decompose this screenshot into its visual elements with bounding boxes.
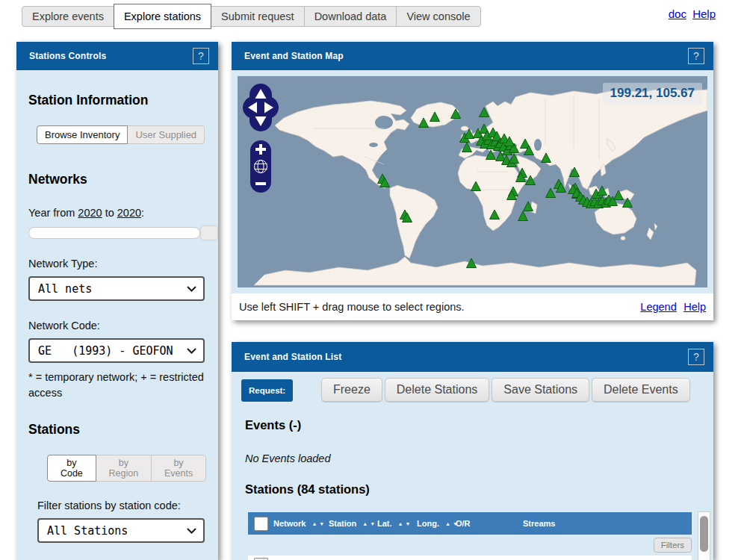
scrollbar-thumb[interactable] [700,516,708,552]
stations-controls-panel: Stations Controls ? Station Information … [16,42,218,560]
save-stations-button[interactable]: Save Stations [492,378,589,402]
network-code-label: Network Code: [28,320,206,332]
panel-title: Stations Controls [29,51,106,61]
sort-asc-icon[interactable]: ▲ [311,521,317,526]
tab-explore-events[interactable]: Explore events [22,6,114,27]
sort-desc-icon[interactable]: ▼ [406,521,411,526]
panel-help-button[interactable]: ? [193,48,209,64]
col-or: O/R [456,519,471,528]
station-filter-value: All Stations [47,524,128,538]
delete-stations-button[interactable]: Delete Stations [385,378,490,402]
request-button[interactable]: Request: [241,379,293,402]
sort-desc-icon[interactable]: ▼ [370,521,375,526]
great-lakes [369,143,378,147]
year-suffix: : [141,207,144,219]
year-from-link[interactable]: 2020 [78,207,102,219]
stations-table: Network ▲▼ Station ▲▼ Lat. ▲▼ Long. ▲▼ O… [248,512,692,560]
by-region-button[interactable]: by Region [96,455,152,482]
panel-title: Event and Station List [244,352,341,362]
panel-help-button[interactable]: ? [688,349,704,365]
land-iceland [461,126,468,131]
panel-help-button[interactable]: ? [688,48,704,64]
world-map-svg [238,76,707,287]
year-slider-handle[interactable] [200,225,218,240]
year-prefix: Year from [28,207,78,219]
filters-button[interactable]: Filters [654,538,692,553]
zoom-out-icon[interactable] [255,182,266,185]
sort-asc-icon[interactable]: ▲ [362,521,368,526]
chevron-down-icon [187,348,196,354]
sort-asc-icon[interactable]: ▲ [445,521,450,526]
select-all-checkbox[interactable] [254,517,268,531]
help-link[interactable]: Help [692,7,716,20]
map-footer: Use left SHIFT + drag mouse to select re… [232,293,713,320]
year-range-label: Year from 2020 to 2020: [28,207,206,219]
map-panel-header: Event and Station Map ? [232,42,713,70]
sort-asc-icon[interactable]: ▲ [398,521,403,526]
browse-inventory-button[interactable]: Browse Inventory [37,125,128,144]
year-middle: to [102,207,117,219]
by-events-button[interactable]: by Events [151,455,206,482]
table-scrollbar[interactable] [698,511,710,560]
year-range-slider[interactable] [28,227,200,239]
tab-download-data[interactable]: Download data [304,6,397,27]
stations-count-heading: Stations (84 stations) [245,482,370,497]
doc-help-links: doc Help [666,7,716,20]
stations-heading: Stations [28,422,206,438]
hudson-bay [375,116,393,129]
webdc-app: Explore events Explore stations Submit r… [0,0,747,560]
networks-heading: Networks [28,172,206,187]
col-station: Station [329,519,356,528]
map-navigation-controls [243,84,288,196]
doc-link[interactable]: doc [669,7,686,20]
col-long: Long. [417,519,439,528]
chevron-down-icon [187,528,196,534]
panel-title: Event and Station Map [244,51,344,61]
network-code-value: GE (1993) - GEOFON [38,344,173,358]
col-network: Network [273,519,306,528]
land-new-zealand [647,223,657,240]
mouse-coordinates: 199.21, 105.67 [603,83,702,104]
col-lat: Lat. [377,519,392,528]
tab-view-console[interactable]: View console [396,6,480,27]
station-filter-select[interactable]: All Stations [37,518,205,543]
stations-controls-header: Stations Controls ? [16,42,218,70]
station-marker-icon[interactable] [546,188,556,198]
table-row [248,556,692,560]
station-information-heading: Station Information [28,93,206,108]
events-empty-text: No Events loaded [245,452,330,464]
tab-explore-stations[interactable]: Explore stations [114,4,211,29]
col-streams: Streams [523,519,555,528]
year-to-link[interactable]: 2020 [117,207,141,219]
network-type-value: All nets [38,282,92,296]
zoom-in-icon-v[interactable] [259,144,262,155]
station-filter-label: Filter stations by station code: [37,500,206,511]
stations-table-header: Network ▲▼ Station ▲▼ Lat. ▲▼ Long. ▲▼ O… [248,512,692,535]
list-action-buttons: Freeze Delete Stations Save Stations Del… [321,378,690,402]
tab-submit-request[interactable]: Submit request [211,6,305,27]
network-code-select[interactable]: GE (1993) - GEOFON [28,338,205,363]
land-north-america [275,101,409,188]
land-south-america [390,185,438,258]
filters-row: Filters [248,535,692,556]
network-type-label: Network Type: [28,258,206,270]
caspian-sea [534,139,542,151]
by-code-button[interactable]: by Code [47,455,96,482]
user-supplied-button[interactable]: User Supplied [127,125,205,144]
event-station-list-panel: Event and Station List ? Request: Freeze… [232,342,713,560]
map-help-link[interactable]: Help [684,301,706,313]
chevron-down-icon [187,286,196,292]
land-tasmania [621,237,625,240]
legend-link[interactable]: Legend [640,301,676,313]
list-panel-header: Event and Station List ? [232,342,713,372]
delete-events-button[interactable]: Delete Events [592,378,690,402]
map-hint-text: Use left SHIFT + drag mouse to select re… [239,301,465,313]
event-station-map-panel: Event and Station Map ? [232,42,713,320]
events-heading: Events (-) [245,418,301,432]
network-type-select[interactable]: All nets [28,276,205,301]
station-marker-icon[interactable] [518,211,528,221]
world-map[interactable]: 199.21, 105.67 [238,76,707,287]
freeze-button[interactable]: Freeze [321,378,382,402]
network-note: * = temporary network; + = restricted ac… [28,370,206,401]
sort-desc-icon[interactable]: ▼ [319,521,324,526]
